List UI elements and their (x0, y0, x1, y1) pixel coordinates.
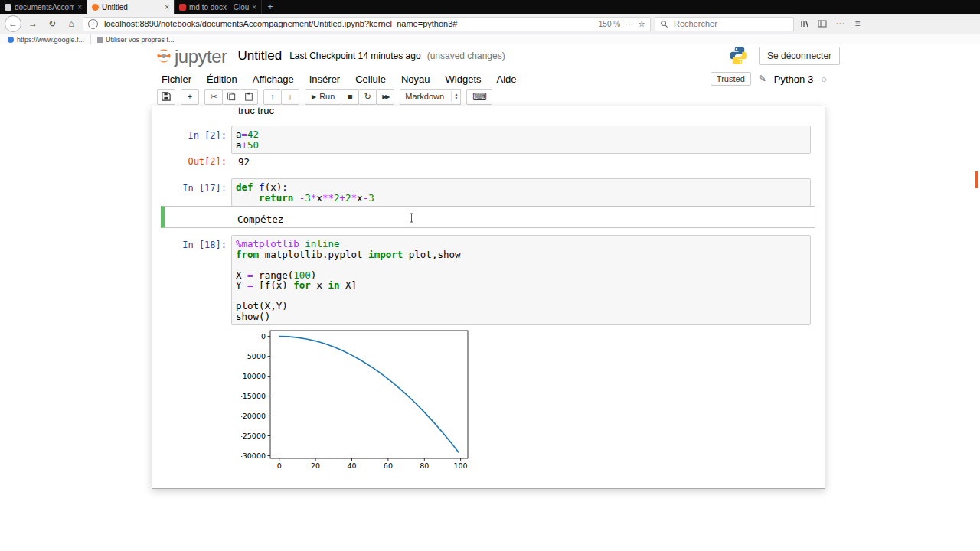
menu-affichage[interactable]: Affichage (245, 73, 302, 85)
copy-icon (227, 92, 236, 101)
paste-cell-button[interactable] (240, 89, 258, 105)
notebook-toolbar: + ✂ ↑ ↓ ▶ Run ■ ↻ (157, 86, 492, 106)
run-button[interactable]: ▶ Run (305, 89, 341, 105)
svg-text:0: 0 (261, 332, 266, 341)
output-cell-out2: Out[2]: 92 (152, 156, 825, 168)
site-info-icon[interactable]: i (88, 19, 98, 29)
restart-kernel-button[interactable]: ↻ (358, 89, 377, 105)
select-arrows-icon: ▲▼ (451, 91, 459, 102)
svg-text:0: 0 (277, 461, 282, 470)
ibeam-cursor (409, 212, 414, 226)
search-bar[interactable] (655, 17, 794, 31)
jupyter-logo[interactable]: jupyter (155, 47, 227, 65)
tab-title: md to docx - CloudConv... (189, 3, 249, 11)
code-input-area[interactable]: a=42 a+50 (231, 126, 811, 154)
menu-icon[interactable]: ≡ (851, 18, 864, 30)
url-input[interactable] (103, 18, 594, 29)
bookmark-label: https://www.google.f... (17, 36, 84, 44)
menu-inserer[interactable]: Insérer (302, 73, 348, 85)
command-palette-button[interactable]: ⌨ (466, 89, 492, 105)
add-cell-button[interactable]: + (181, 89, 199, 105)
markdown-cell-clipped[interactable]: truc truc (238, 106, 274, 116)
svg-text:-5000: -5000 (244, 352, 266, 360)
code-line (236, 259, 806, 270)
code-cell-in18: In [18]: %matplotlib inline from matplot… (152, 235, 825, 325)
fast-forward-icon: ▶▶ (382, 93, 388, 100)
search-input[interactable] (672, 18, 789, 29)
browser-tab-documents[interactable]: documentsAccompagn... × (0, 0, 87, 14)
code-input-area[interactable]: %matplotlib inline from matplotlib.pyplo… (231, 235, 811, 325)
notebook-header: jupyter Untitled Last Checkpoint 14 minu… (155, 44, 505, 67)
header-right: Se déconnecter (729, 46, 840, 65)
edit-mode-icon: ✎ (759, 73, 766, 84)
cut-cell-button[interactable]: ✂ (204, 89, 223, 105)
python-logo-icon (729, 46, 748, 65)
bookmark-custom[interactable]: Utiliser vos propres t... (91, 34, 181, 44)
search-icon (660, 20, 668, 28)
bookmark-star-icon[interactable]: ☆ (638, 19, 645, 29)
code-line: plot(X,Y) (236, 301, 806, 311)
code-line: show() (236, 311, 806, 322)
play-icon: ▶ (312, 93, 316, 100)
bookmark-google[interactable]: https://www.google.f... (6, 34, 91, 44)
forward-icon[interactable]: → (25, 16, 41, 31)
menu-noyau[interactable]: Noyau (394, 73, 438, 85)
zoom-level[interactable]: 150 % (599, 20, 620, 28)
menu-edition[interactable]: Édition (199, 73, 245, 85)
copy-cell-button[interactable] (222, 89, 240, 105)
checkpoint-status: Last Checkpoint 14 minutes ago (289, 51, 420, 61)
paste-icon (244, 92, 253, 101)
jupyter-logo-text: jupyter (175, 48, 227, 65)
tab-close-icon[interactable]: × (252, 3, 256, 11)
code-line: def f(x): (236, 182, 806, 193)
sidebar-icon[interactable] (815, 18, 829, 30)
move-cell-down-button[interactable]: ↓ (281, 89, 299, 105)
tab-close-icon[interactable]: × (77, 3, 82, 11)
tab-close-icon[interactable]: × (165, 3, 169, 11)
menu-widgets[interactable]: Widgets (438, 73, 489, 85)
home-icon[interactable]: ⌂ (64, 16, 79, 31)
bookmark-label: Utiliser vos propres t... (106, 36, 175, 44)
restart-run-all-button[interactable]: ▶▶ (376, 89, 394, 105)
output-value: 92 (231, 156, 250, 168)
markdown-cell-editing[interactable]: Compétez (161, 206, 815, 228)
text-caret (286, 214, 286, 224)
code-line: return -3*x**2+2*x-3 (236, 193, 806, 204)
browser-tab-untitled[interactable]: Untitled × (87, 0, 175, 14)
reload-icon[interactable]: ↻ (44, 16, 60, 31)
menu-cellule[interactable]: Cellule (348, 73, 394, 85)
back-icon[interactable]: ← (5, 15, 21, 32)
new-tab-button[interactable]: + (262, 0, 279, 14)
svg-text:-20000: -20000 (241, 412, 266, 420)
scrollbar-marker[interactable] (975, 171, 978, 188)
url-bar[interactable]: i 150 % ⋯ ☆ (83, 17, 651, 31)
menu-right: Trusted ✎ Python 3 ○ (710, 72, 827, 86)
tab-title: Untitled (102, 3, 162, 11)
svg-text:-30000: -30000 (241, 452, 266, 460)
cloudconvert-favicon-icon (179, 4, 186, 11)
svg-text:-25000: -25000 (241, 432, 266, 440)
menu-aide[interactable]: Aide (489, 73, 524, 85)
interrupt-kernel-button[interactable]: ■ (341, 89, 359, 105)
library-icon[interactable] (798, 18, 812, 30)
code-line: from matplotlib.pyplot import plot,show (236, 249, 806, 260)
kernel-name: Python 3 (774, 73, 813, 85)
cell-type-value: Markdown (405, 92, 444, 101)
logout-button[interactable]: Se déconnecter (759, 47, 840, 65)
browser-nav-bar: ← → ↻ ⌂ i 150 % ⋯ ☆ ⋯ ≡ (0, 14, 980, 34)
code-line: Y = [f(x) for x in X] (236, 280, 806, 291)
save-button[interactable] (157, 89, 175, 105)
browser-tab-cloudconvert[interactable]: md to docx - CloudConv... × (175, 0, 262, 14)
page-actions-icon[interactable]: ⋯ (625, 19, 633, 29)
svg-text:60: 60 (384, 461, 393, 470)
menu-fichier[interactable]: Fichier (157, 73, 199, 85)
cell-type-select[interactable]: Markdown ▲▼ (400, 89, 461, 105)
trusted-badge[interactable]: Trusted (710, 72, 751, 86)
svg-text:20: 20 (311, 461, 320, 470)
notebook-title[interactable]: Untitled (238, 48, 283, 64)
move-cell-up-button[interactable]: ↑ (263, 89, 282, 105)
code-input-area[interactable]: def f(x): return -3*x**2+2*x-3 (231, 178, 811, 207)
overflow-icon[interactable]: ⋯ (833, 18, 847, 30)
code-line: a+50 (236, 140, 806, 151)
floppy-icon (162, 92, 171, 101)
